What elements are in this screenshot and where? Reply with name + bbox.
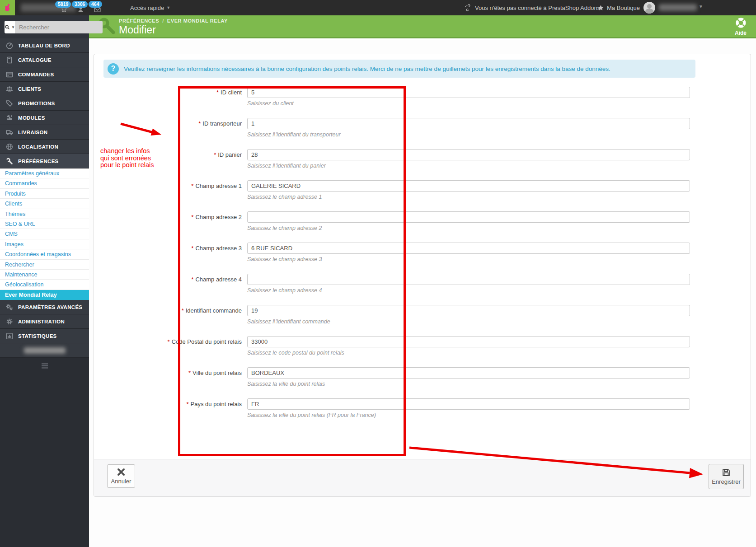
sidebar-menu-lower: PARAMÈTRES AVANCÉS ADMINISTRATION STATIS… [0, 300, 89, 358]
sidebar-item-tableau-de-bord[interactable]: TABLEAU DE BORD [0, 38, 89, 53]
form-row: *Champ adresse 2 Saisissez le champ adre… [103, 211, 741, 232]
sidebar-subitem-themes[interactable]: Thèmes [0, 209, 89, 219]
messages-count-badge: 464 [89, 1, 102, 8]
sidebar-subitem-rechercher[interactable]: Rechercher [0, 260, 89, 270]
gears-icon [5, 303, 14, 311]
breadcrumb-page[interactable]: EVER MONDIAL RELAY [167, 18, 228, 23]
sidebar-subitem-parametres-generaux[interactable]: Paramètres généraux [0, 168, 89, 178]
user-menu-chevron-icon[interactable]: ▼ [699, 4, 703, 9]
sidebar-subitem-images[interactable]: Images [0, 239, 89, 249]
sidebar-subitem-maintenance[interactable]: Maintenance [0, 270, 89, 280]
field-label: *Identifiant commande [103, 305, 247, 325]
field-label-text: Identifiant commande [186, 307, 242, 314]
champ-adresse-4-input[interactable] [247, 274, 690, 285]
required-asterisk: * [186, 401, 188, 407]
sidebar-item-redacted[interactable] [0, 343, 89, 358]
save-button[interactable]: Enregistrer [709, 464, 744, 489]
breadcrumb-separator: / [162, 18, 164, 23]
field-label-text: Code Postal du point relais [172, 338, 242, 345]
breadcrumb-section[interactable]: PRÉFÉRENCES [119, 18, 159, 23]
help-button[interactable]: Aide [732, 17, 750, 36]
customers-notification[interactable]: 3306 [72, 0, 89, 15]
messages-notification[interactable]: 464 [89, 0, 106, 15]
required-asterisk: * [191, 182, 193, 189]
my-shop-link[interactable]: Ma Boutique [597, 0, 640, 15]
prestashop-admin-screen: 5819 3306 464 Accès rapide ▼ Vous n'êtes… [0, 0, 756, 547]
field-label: *Champ adresse 1 [103, 180, 247, 201]
ville-input[interactable] [247, 367, 690, 379]
search-input[interactable] [15, 21, 103, 33]
sidebar-subitem-clients[interactable]: Clients [0, 199, 89, 209]
form-row: *Code Postal du point relais Saisissez l… [103, 336, 741, 356]
quick-access-menu[interactable]: Accès rapide ▼ [130, 0, 170, 15]
sidebar-subitem-commandes[interactable]: Commandes [0, 178, 89, 188]
sidebar-menu: TABLEAU DE BORD CATALOGUE COMMANDES CLIE… [0, 38, 89, 168]
form-panel: ? Veuillez renseigner les informations n… [94, 54, 751, 497]
sidebar-item-catalogue[interactable]: CATALOGUE [0, 53, 89, 67]
puzzle-icon [5, 114, 14, 122]
prestashop-logo[interactable] [0, 0, 15, 15]
champ-adresse-1-input[interactable] [247, 180, 690, 192]
cancel-button[interactable]: Annuler [107, 464, 135, 488]
preferences-submenu: Paramètres généraux Commandes Produits C… [0, 168, 89, 300]
sidebar-item-livraison[interactable]: LIVRAISON [0, 125, 89, 140]
broken-link-icon [465, 4, 472, 11]
sidebar-item-localisation[interactable]: LOCALISATION [0, 140, 89, 154]
addons-status-label: Vous n'êtes pas connecté à PrestaShop Ad… [475, 5, 600, 11]
sidebar-subitem-produits[interactable]: Produits [0, 189, 89, 199]
close-icon [117, 468, 126, 477]
champ-adresse-3-input[interactable] [247, 243, 690, 254]
field-label: *ID client [103, 87, 247, 107]
star-icon [597, 5, 604, 11]
sidebar-subitem-geolocalisation[interactable]: Géolocalisation [0, 280, 89, 290]
field-helper-text: Saisissez la ville du point relais (FR p… [247, 412, 741, 419]
sidebar-subitem-ever-mondial-relay[interactable]: Ever Mondial Relay [0, 290, 89, 300]
required-asterisk: * [191, 276, 193, 283]
sidebar-subitem-coordonnees-et-magasins[interactable]: Coordonnées et magasins [0, 249, 89, 259]
sidebar-item-administration[interactable]: ADMINISTRATION [0, 314, 89, 329]
pays-input[interactable] [247, 398, 690, 410]
identifiant-commande-input[interactable] [247, 305, 690, 316]
sidebar-subitem-cms[interactable]: CMS [0, 229, 89, 239]
sidebar-item-modules[interactable]: MODULES [0, 111, 89, 125]
field-label-text: Champ adresse 2 [195, 214, 242, 220]
field-helper-text: Saisissez le champ adresse 4 [247, 287, 741, 294]
id-transporteur-input[interactable] [247, 118, 690, 129]
hand-cursor-icon [3, 3, 13, 13]
sidebar: ▼ TABLEAU DE BORD CATALOGUE COMMANDES CL… [0, 15, 89, 547]
search-type-selector[interactable]: ▼ [5, 21, 15, 33]
addons-status[interactable]: Vous n'êtes pas connecté à PrestaShop Ad… [465, 0, 600, 15]
sidebar-collapse-row [0, 358, 89, 374]
carts-count-badge: 5819 [55, 1, 71, 8]
carts-notification[interactable]: 5819 [55, 0, 72, 15]
user-avatar[interactable] [643, 2, 655, 14]
field-helper-text: Saisissez l\'identifiant du transporteur [247, 131, 741, 138]
sidebar-item-label: PRÉFÉRENCES [18, 159, 59, 164]
sidebar-item-label: LOCALISATION [18, 144, 58, 150]
save-disk-icon [722, 468, 731, 477]
sidebar-item-preferences[interactable]: PRÉFÉRENCES [0, 154, 89, 168]
help-label: Aide [732, 30, 750, 36]
sidebar-item-statistiques[interactable]: STATISTIQUES [0, 329, 89, 343]
id-panier-input[interactable] [247, 149, 690, 160]
hamburger-icon[interactable] [41, 363, 48, 369]
sidebar-item-promotions[interactable]: PROMOTIONS [0, 96, 89, 111]
user-name-redacted [659, 4, 697, 11]
sidebar-item-parametres-avances[interactable]: PARAMÈTRES AVANCÉS [0, 300, 89, 314]
sidebar-subitem-seo-url[interactable]: SEO & URL [0, 219, 89, 229]
cancel-label: Annuler [111, 478, 131, 485]
form-row: *ID panier Saisissez l\'identifiant du p… [103, 149, 741, 169]
field-label-text: ID transporteur [202, 120, 242, 127]
required-asterisk: * [182, 307, 184, 314]
top-bar: 5819 3306 464 Accès rapide ▼ Vous n'êtes… [0, 0, 756, 15]
code-postal-input[interactable] [247, 336, 690, 347]
customers-icon [5, 85, 14, 93]
sidebar-item-commandes[interactable]: COMMANDES [0, 67, 89, 82]
id-client-input[interactable] [247, 87, 690, 98]
champ-adresse-2-input[interactable] [247, 211, 690, 223]
bar-chart-icon [5, 332, 14, 340]
field-label-text: Champ adresse 1 [195, 182, 242, 189]
sidebar-item-clients[interactable]: CLIENTS [0, 82, 89, 96]
sidebar-item-label: PROMOTIONS [18, 101, 55, 106]
save-label: Enregistrer [712, 478, 741, 485]
